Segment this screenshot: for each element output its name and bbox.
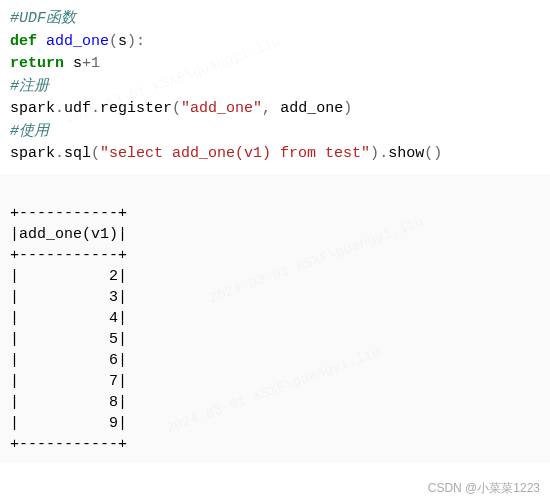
output-separator: +-----------+ [10,436,127,453]
code-line-comment-udf: #UDF函数 [10,8,540,31]
output-row: | 2| [10,268,127,285]
output-separator: +-----------+ [10,247,127,264]
output-row: | 5| [10,331,127,348]
code-line-register: spark.udf.register("add_one", add_one) [10,98,540,121]
output-row: | 8| [10,394,127,411]
output-row: | 4| [10,310,127,327]
kw-return: return [10,55,64,72]
output-row: | 9| [10,415,127,432]
output-separator: +-----------+ [10,205,127,222]
comment: #使用 [10,123,49,140]
output-row: | 7| [10,373,127,390]
code-line-return: return s+1 [10,53,540,76]
output-row: | 3| [10,289,127,306]
code-block: #UDF函数 def add_one(s): return s+1 #注册 sp… [0,0,550,174]
output-row: | 6| [10,352,127,369]
comment: #UDF函数 [10,10,76,27]
func-name: add_one [46,33,109,50]
code-line-use: spark.sql("select add_one(v1) from test"… [10,143,540,166]
output-block: +-----------+ |add_one(v1)| +-----------… [0,174,550,463]
code-line-comment-use: #使用 [10,121,540,144]
kw-def: def [10,33,37,50]
credit-text: CSDN @小菜菜1223 [428,479,540,497]
output-header: |add_one(v1)| [10,226,127,243]
param: s [118,33,127,50]
comment: #注册 [10,78,49,95]
code-line-def: def add_one(s): [10,31,540,54]
code-line-comment-register: #注册 [10,76,540,99]
